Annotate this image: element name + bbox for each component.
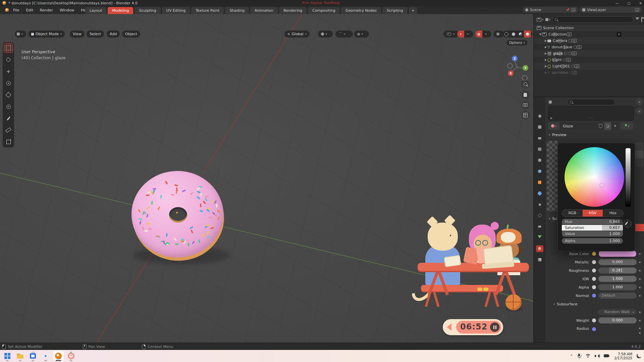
transform-tool[interactable]: + bbox=[4, 102, 13, 111]
metallic-slider[interactable]: 0.000 bbox=[598, 259, 637, 265]
timer-pause-button[interactable] bbox=[490, 322, 499, 332]
menu-edit[interactable]: Edit bbox=[23, 7, 36, 13]
base-color-swatch[interactable] bbox=[598, 250, 637, 257]
collection-checkbox[interactable]: ✓ bbox=[617, 32, 621, 37]
object-visibility-dropdown[interactable]: ▾ bbox=[443, 31, 459, 38]
shading-solid-button[interactable] bbox=[510, 31, 517, 38]
show-overlays-toggle[interactable]: ◍ bbox=[475, 31, 482, 38]
object-properties-tab[interactable] bbox=[536, 179, 543, 186]
battery-icon[interactable] bbox=[604, 354, 610, 358]
start-button[interactable] bbox=[2, 351, 13, 361]
scene-properties-tab[interactable] bbox=[536, 157, 543, 164]
modifier-properties-tab[interactable] bbox=[536, 190, 543, 197]
3d-viewport[interactable]: ▾ Object Mode▾ View Select Add Object ⇅G… bbox=[0, 14, 533, 343]
proportional-editing-toggle[interactable]: ▾ bbox=[354, 31, 369, 38]
hide-eye-toggle[interactable] bbox=[557, 52, 562, 55]
close-button[interactable]: ✕ bbox=[639, 1, 642, 5]
socket-icon[interactable] bbox=[592, 251, 596, 256]
navigation-gizmo[interactable]: Z Y X bbox=[502, 53, 531, 82]
toggle-projection-button[interactable] bbox=[521, 111, 530, 119]
measure-tool[interactable] bbox=[4, 126, 13, 134]
gizmo-dropdown[interactable]: ▾ bbox=[464, 31, 471, 38]
preview-type-flat-button[interactable] bbox=[635, 142, 643, 150]
fake-user-shield-button[interactable] bbox=[597, 122, 604, 130]
properties-search-input[interactable] bbox=[568, 99, 615, 105]
editor-type-button[interactable]: ▾ bbox=[15, 31, 26, 38]
disable-render-toggle[interactable] bbox=[566, 58, 571, 62]
chrome-button[interactable] bbox=[40, 351, 51, 361]
move-tool[interactable]: ✛ bbox=[4, 67, 13, 76]
value-slider-bar[interactable] bbox=[625, 148, 631, 207]
tab-layout[interactable]: Layout bbox=[85, 7, 106, 14]
disable-render-toggle[interactable] bbox=[572, 39, 577, 43]
copy-material-button[interactable]: ❏ bbox=[604, 122, 611, 130]
particles-properties-tab[interactable] bbox=[536, 201, 543, 208]
material-name-field[interactable]: Glaze bbox=[560, 122, 596, 130]
outliner-display-mode-dropdown[interactable]: ▾ bbox=[537, 18, 543, 21]
volume-icon[interactable] bbox=[595, 354, 599, 358]
maximize-button[interactable]: ▢ bbox=[627, 1, 630, 5]
texture-properties-tab[interactable] bbox=[536, 256, 543, 263]
hex-tab[interactable]: Hex bbox=[603, 210, 623, 217]
tab-sculpting[interactable]: Sculpting bbox=[135, 7, 160, 14]
rgb-tab[interactable]: RGB bbox=[562, 210, 583, 217]
shading-rendered-button[interactable] bbox=[524, 31, 531, 38]
mode-dropdown[interactable]: Object Mode▾ bbox=[28, 31, 65, 38]
object-menu[interactable]: Object bbox=[122, 31, 140, 38]
tab-animation[interactable]: Animation bbox=[250, 7, 278, 14]
tray-expand-chevron[interactable]: ⌃ bbox=[570, 354, 573, 358]
render-properties-tab[interactable] bbox=[536, 124, 543, 130]
socket-icon[interactable] bbox=[592, 268, 596, 273]
keyframe-dot[interactable] bbox=[639, 261, 641, 263]
disable-render-toggle[interactable] bbox=[572, 52, 577, 55]
timer-back-button[interactable] bbox=[447, 323, 451, 331]
minimize-button[interactable]: — bbox=[615, 1, 619, 5]
transform-orientation-dropdown[interactable]: ⇅Global▾ bbox=[284, 31, 310, 38]
mesh-data-dropdown[interactable]: ▾ bbox=[621, 122, 633, 130]
output-properties-tab[interactable] bbox=[536, 135, 543, 141]
menu-window[interactable]: Window bbox=[57, 7, 77, 13]
gizmo-z-axis[interactable]: Z bbox=[512, 56, 518, 61]
preview-type-cube-button[interactable] bbox=[635, 159, 643, 167]
unlink-material-button[interactable]: ✕ bbox=[612, 122, 619, 130]
gizmo-y-axis[interactable]: Y bbox=[523, 65, 528, 71]
show-gizmo-toggle[interactable]: ⌖ bbox=[457, 31, 464, 38]
blender-taskbar-button[interactable] bbox=[53, 351, 64, 361]
outliner-row-light[interactable]: ▶Light bbox=[534, 57, 644, 63]
microsoft-store-button[interactable] bbox=[28, 351, 38, 361]
resize-grip[interactable]: :::: bbox=[588, 117, 594, 120]
constraints-properties-tab[interactable] bbox=[536, 223, 543, 230]
new-view-layer-button[interactable]: ❏ bbox=[635, 8, 639, 12]
outliner-row-glaze[interactable]: ▶▽glaze bbox=[534, 50, 644, 57]
socket-icon[interactable] bbox=[592, 277, 596, 281]
socket-icon[interactable] bbox=[592, 260, 596, 264]
keyframe-dot[interactable] bbox=[639, 287, 641, 288]
weight-slider[interactable]: 0.000 bbox=[598, 317, 637, 323]
ior-slider[interactable]: 1.500 bbox=[598, 276, 637, 282]
material-properties-tab[interactable] bbox=[536, 245, 543, 252]
tab-compositing[interactable]: Compositing bbox=[308, 7, 340, 14]
slot-specials-button[interactable]: ▾ bbox=[636, 108, 643, 115]
color-wheel[interactable] bbox=[565, 147, 624, 207]
gizmo-neg-y-axis[interactable] bbox=[507, 63, 513, 69]
camera-view-button[interactable] bbox=[521, 101, 530, 109]
view-layer-properties-tab[interactable] bbox=[536, 146, 543, 153]
subsurface-section-header[interactable]: ▾Subsurface bbox=[553, 301, 641, 307]
saturation-slider[interactable]: Saturation 0.657 bbox=[562, 225, 623, 231]
outliner-row-scene-collection[interactable]: Scene Collection bbox=[534, 25, 644, 31]
add-cube-tool[interactable]: + bbox=[4, 137, 13, 146]
new-collection-button[interactable]: + bbox=[641, 17, 642, 22]
select-menu[interactable]: Select bbox=[87, 31, 104, 38]
select-box-tool[interactable] bbox=[4, 44, 13, 52]
view-layer-selector[interactable]: ViewLayer ❏ bbox=[580, 7, 642, 13]
normal-dropdown[interactable]: Default bbox=[598, 293, 637, 299]
pan-hand-button[interactable] bbox=[521, 90, 530, 99]
tab-modeling[interactable]: Modeling bbox=[108, 7, 133, 14]
scene-selector[interactable]: Scene 📌 ❏ bbox=[523, 7, 578, 13]
physics-properties-tab[interactable] bbox=[536, 212, 543, 219]
microphone-icon[interactable] bbox=[577, 354, 581, 358]
roughness-slider[interactable]: 0.281 bbox=[598, 267, 637, 274]
keyframe-dot[interactable] bbox=[639, 327, 641, 329]
options-dropdown[interactable]: Options▾ bbox=[506, 40, 528, 46]
socket-icon[interactable] bbox=[592, 318, 596, 323]
